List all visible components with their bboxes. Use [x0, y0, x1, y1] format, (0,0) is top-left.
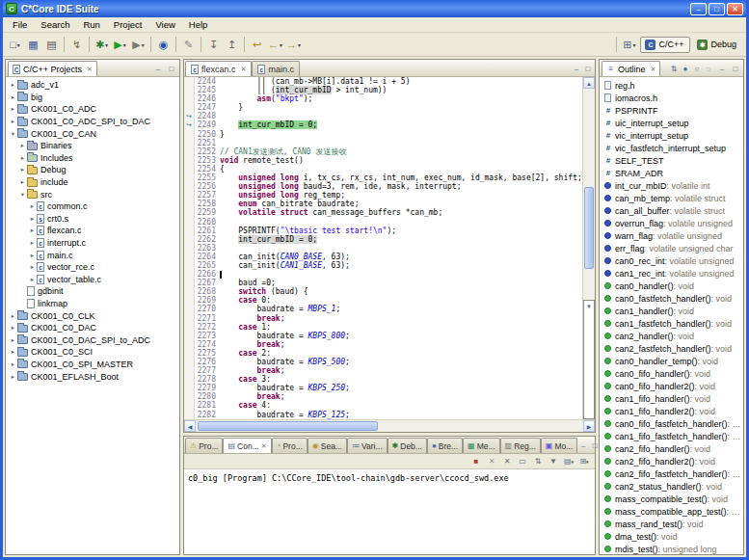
tab-console[interactable]: ▤Con...✕ — [223, 438, 271, 453]
expander-icon[interactable]: ▸ — [28, 227, 37, 234]
tab-registers[interactable]: ▥Reg... — [500, 438, 541, 453]
expander-icon[interactable]: ▸ — [18, 166, 27, 173]
next-annotation-button[interactable]: ↧ — [204, 36, 223, 54]
tree-item[interactable]: ▸cvector_rce.c — [6, 261, 179, 274]
editor-tab-main-c[interactable]: cmain.c — [252, 61, 300, 76]
minimize-view-icon[interactable]: – — [152, 63, 164, 76]
expander-icon[interactable]: ▸ — [9, 93, 17, 101]
tab-breakpoints[interactable]: ●Bre... — [427, 438, 463, 453]
expander-icon[interactable]: ▸ — [9, 373, 17, 381]
expander-icon[interactable]: ▾ — [18, 191, 27, 199]
minimize-button[interactable]: – — [690, 3, 707, 15]
tree-item[interactable]: gdbinit — [6, 285, 179, 298]
tab-memory[interactable]: ▦Me... — [463, 438, 499, 453]
outline-item[interactable]: can2_handler() : void — [600, 330, 743, 342]
external-tools-button[interactable]: ▶▾ — [129, 36, 147, 54]
maximize-view-icon[interactable]: □ — [730, 63, 741, 76]
tree-item[interactable]: ▸Binaries — [6, 140, 179, 152]
tree-item[interactable]: ▸CK001_EFLASH_Boot — [6, 370, 179, 383]
dropdown-arrow-icon[interactable]: ▾ — [123, 41, 126, 48]
forward-button[interactable]: →▾ — [284, 36, 303, 54]
outline-item[interactable]: err_flag : volatile unsigned char — [600, 242, 743, 254]
close-view-icon[interactable]: ✕ — [87, 66, 93, 73]
expander-icon[interactable]: ▸ — [28, 276, 37, 283]
project-tree[interactable]: ▸adc_v1▸big▸CK001_C0_ADC▸CK001_C0_ADC_SP… — [6, 77, 179, 554]
expander-icon[interactable]: ▸ — [9, 118, 17, 125]
expander-icon[interactable]: ▸ — [28, 263, 37, 271]
menu-run[interactable]: Run — [76, 18, 106, 31]
outline-item[interactable]: can1_handler() : void — [600, 305, 743, 317]
dropdown-arrow-icon[interactable]: ▾ — [633, 41, 636, 48]
expander-icon[interactable]: ▸ — [18, 142, 27, 149]
expander-icon[interactable]: ▸ — [9, 105, 17, 113]
tree-item[interactable]: ▸cvector_table.c — [6, 274, 179, 286]
perspective-c-c-[interactable]: CC/C++ — [640, 37, 690, 53]
tree-item[interactable]: ▸CK001_C0_DAC — [6, 322, 179, 334]
perspective-debug[interactable]: ✱Debug — [692, 37, 743, 53]
tree-item[interactable]: ▾CK001_C0_CAN — [6, 127, 179, 140]
dropdown-arrow-icon[interactable]: ▾ — [280, 41, 282, 48]
open-perspective-button[interactable]: ⊞▾ — [620, 36, 638, 54]
outline-item[interactable]: can2_fifo_fastfetch_handler() : void — [600, 467, 743, 480]
outline-item[interactable]: int_cur_mbID : volatile int — [600, 179, 743, 192]
outline-item[interactable]: can0_handler_temp() : void — [600, 355, 743, 367]
tree-item[interactable]: linkmap — [6, 298, 179, 310]
tree-item[interactable]: ▸CK001_C0_SCI — [6, 346, 179, 359]
projects-view-tab[interactable]: C C/C++ Projects ✕ — [8, 61, 97, 76]
terminate-button[interactable]: ■ — [469, 457, 483, 466]
scroll-up-arrow[interactable]: ▲ — [583, 77, 595, 89]
maximize-editor-icon[interactable]: □ — [582, 63, 594, 76]
hide-non-public-icon[interactable]: ◌ — [703, 63, 714, 76]
outline-item[interactable]: overrun_flag : volatile unsigned — [600, 217, 743, 229]
run-button[interactable]: ▶▾ — [111, 36, 129, 54]
outline-item[interactable]: #SELF_TEST — [600, 154, 743, 167]
outline-item[interactable]: mass_compatible_test() : void — [600, 493, 743, 505]
outline-item[interactable]: reg.h — [600, 79, 743, 92]
vertical-scroll-thumb[interactable] — [584, 187, 594, 269]
annotation-ruler[interactable]: ↪↪ — [184, 77, 195, 419]
expander-icon[interactable]: ▸ — [9, 348, 17, 356]
close-tab-icon[interactable]: ✕ — [241, 66, 247, 73]
expander-icon[interactable]: ▸ — [9, 360, 17, 368]
tab-debug[interactable]: ✱Deb... — [388, 438, 427, 453]
tab-variables[interactable]: ≔Vari... — [347, 438, 388, 453]
previous-annotation-button[interactable]: ↥ — [223, 36, 241, 54]
back-button[interactable]: ←▾ — [266, 36, 284, 54]
outline-item[interactable]: mdis_test() : unsigned long — [600, 543, 743, 554]
tree-item[interactable]: ▸include — [6, 176, 179, 189]
minimize-editor-icon[interactable]: – — [571, 63, 582, 76]
expander-icon[interactable]: ▾ — [9, 130, 17, 138]
maximize-button[interactable]: □ — [709, 3, 725, 15]
expander-icon[interactable]: ▸ — [9, 324, 17, 332]
expander-icon[interactable]: ▸ — [28, 202, 37, 210]
debug-button[interactable]: ✱▾ — [93, 36, 111, 54]
tree-item[interactable]: ▸big — [6, 92, 179, 104]
dropdown-arrow-icon[interactable]: ▾ — [17, 41, 20, 48]
tree-item[interactable]: ▸Includes — [6, 152, 179, 165]
tree-item[interactable]: ▸cinterrupt.c — [6, 237, 179, 250]
close-button[interactable]: ✕ — [727, 3, 743, 15]
remove-launch-button[interactable]: ✕ — [485, 457, 498, 466]
outline-view-tab[interactable]: ≡ Outline ✕ — [602, 61, 660, 76]
outline-item[interactable]: can1_fifo_handler() : void — [600, 392, 743, 405]
tab-problems[interactable]: ⚠Pro... — [185, 438, 223, 453]
code-editor[interactable]: || (can_mb->MB[i].data1 != i + 5) || (in… — [220, 77, 582, 419]
remove-all-launches-button[interactable]: ✕ — [500, 457, 514, 466]
build-button[interactable]: ↯ — [67, 36, 86, 54]
outline-item[interactable]: iomacros.h — [600, 92, 743, 104]
outline-item[interactable]: can2_status_handler() : void — [600, 480, 743, 493]
tree-item[interactable]: ▸ccommon.c — [6, 200, 179, 213]
menu-file[interactable]: File — [6, 18, 34, 31]
vertical-scrollbar[interactable]: ▲ ▼ — [582, 77, 595, 419]
scroll-down-arrow[interactable]: ▼ — [583, 300, 595, 419]
outline-item[interactable]: can0_fifo_fastfetch_handler() : void — [600, 417, 743, 430]
horizontal-scrollbar[interactable]: ◀ ▶ — [184, 419, 595, 432]
outline-item[interactable]: can2_fastfetch_handler() : void — [600, 342, 743, 355]
dropdown-arrow-icon[interactable]: ▾ — [105, 41, 108, 48]
outline-item[interactable]: #vic_fastfetch_interrupt_setup — [600, 142, 743, 154]
tree-item[interactable]: ▾src — [6, 188, 179, 200]
menu-view[interactable]: View — [148, 18, 181, 31]
outline-item[interactable]: #vic_interrupt_setup — [600, 129, 743, 142]
display-selected-console-button[interactable]: ▤▾ — [562, 457, 575, 466]
dropdown-arrow-icon[interactable]: ▾ — [572, 459, 575, 465]
